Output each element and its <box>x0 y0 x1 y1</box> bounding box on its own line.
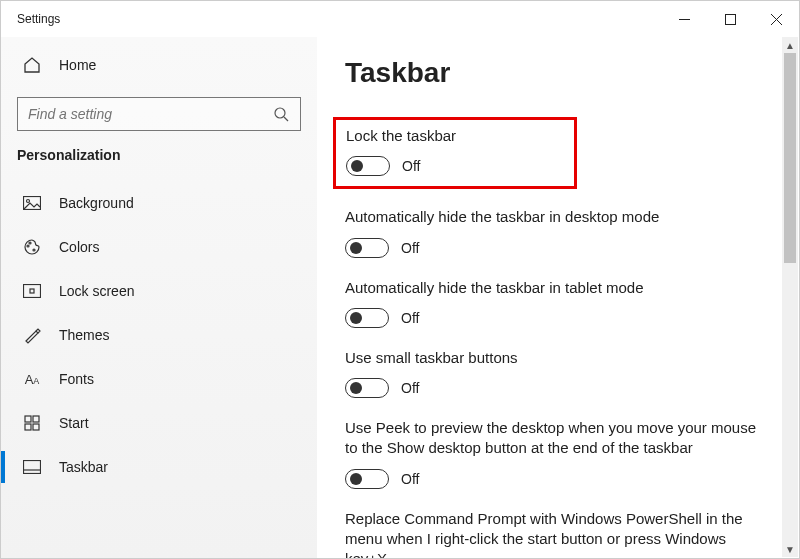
toggle-state: Off <box>401 310 419 326</box>
scroll-down-arrow[interactable]: ▼ <box>782 541 798 557</box>
titlebar: Settings <box>1 1 799 37</box>
toggle-autohide-tablet[interactable] <box>345 308 389 328</box>
scroll-thumb[interactable] <box>784 53 796 263</box>
toggle-state: Off <box>401 471 419 487</box>
image-icon <box>23 194 41 212</box>
maximize-button[interactable] <box>707 1 753 37</box>
sidebar-item-label: Background <box>59 195 134 211</box>
lock-screen-icon <box>23 282 41 300</box>
palette-icon <box>23 238 41 256</box>
highlight-box: Lock the taskbar Off <box>333 117 577 189</box>
sidebar-item-themes[interactable]: Themes <box>1 313 317 357</box>
toggle-state: Off <box>402 158 420 174</box>
svg-line-5 <box>284 117 288 121</box>
svg-rect-17 <box>24 461 41 474</box>
close-button[interactable] <box>753 1 799 37</box>
svg-point-8 <box>27 245 29 247</box>
svg-rect-13 <box>25 416 31 422</box>
sidebar-home[interactable]: Home <box>1 45 317 85</box>
setting-label: Use Peek to preview the desktop when you… <box>345 418 771 459</box>
sidebar-item-label: Themes <box>59 327 110 343</box>
sidebar-item-label: Fonts <box>59 371 94 387</box>
toggle-lock-taskbar[interactable] <box>346 156 390 176</box>
home-icon <box>23 56 41 74</box>
sidebar-item-fonts[interactable]: AA Fonts <box>1 357 317 401</box>
toggle-small-buttons[interactable] <box>345 378 389 398</box>
setting-label: Lock the taskbar <box>346 126 564 146</box>
sidebar: Home Personalization Background Colors L… <box>1 37 317 558</box>
svg-rect-14 <box>33 416 39 422</box>
search-input[interactable] <box>28 106 272 122</box>
svg-rect-15 <box>25 424 31 430</box>
fonts-icon: AA <box>23 370 41 388</box>
sidebar-item-label: Start <box>59 415 89 431</box>
toggle-peek[interactable] <box>345 469 389 489</box>
setting-label: Automatically hide the taskbar in deskto… <box>345 207 771 227</box>
start-icon <box>23 414 41 432</box>
setting-label: Use small taskbar buttons <box>345 348 771 368</box>
svg-rect-1 <box>725 14 735 24</box>
sidebar-item-label: Lock screen <box>59 283 134 299</box>
page-title: Taskbar <box>345 57 771 89</box>
sidebar-item-lock-screen[interactable]: Lock screen <box>1 269 317 313</box>
scroll-up-arrow[interactable]: ▲ <box>782 37 798 53</box>
toggle-state: Off <box>401 380 419 396</box>
sidebar-item-label: Colors <box>59 239 99 255</box>
svg-point-10 <box>33 249 35 251</box>
sidebar-item-taskbar[interactable]: Taskbar <box>1 445 317 489</box>
svg-point-9 <box>29 242 31 244</box>
sidebar-item-start[interactable]: Start <box>1 401 317 445</box>
toggle-autohide-desktop[interactable] <box>345 238 389 258</box>
sidebar-item-label: Taskbar <box>59 459 108 475</box>
search-box[interactable] <box>17 97 301 131</box>
scrollbar[interactable]: ▲ ▼ <box>782 37 798 557</box>
svg-point-4 <box>275 108 285 118</box>
themes-icon <box>23 326 41 344</box>
search-icon <box>272 105 290 123</box>
main-content: Taskbar Lock the taskbar Off Automatical… <box>317 37 799 558</box>
sidebar-item-colors[interactable]: Colors <box>1 225 317 269</box>
setting-label: Automatically hide the taskbar in tablet… <box>345 278 771 298</box>
window-controls <box>661 1 799 37</box>
svg-point-7 <box>27 200 30 203</box>
window-title: Settings <box>17 12 60 26</box>
minimize-button[interactable] <box>661 1 707 37</box>
sidebar-item-background[interactable]: Background <box>1 181 317 225</box>
sidebar-home-label: Home <box>59 57 96 73</box>
taskbar-icon <box>23 458 41 476</box>
svg-rect-12 <box>30 289 34 293</box>
setting-label: Replace Command Prompt with Windows Powe… <box>345 509 771 559</box>
toggle-state: Off <box>401 240 419 256</box>
svg-rect-11 <box>24 285 41 298</box>
svg-rect-16 <box>33 424 39 430</box>
sidebar-section-title: Personalization <box>1 147 317 181</box>
